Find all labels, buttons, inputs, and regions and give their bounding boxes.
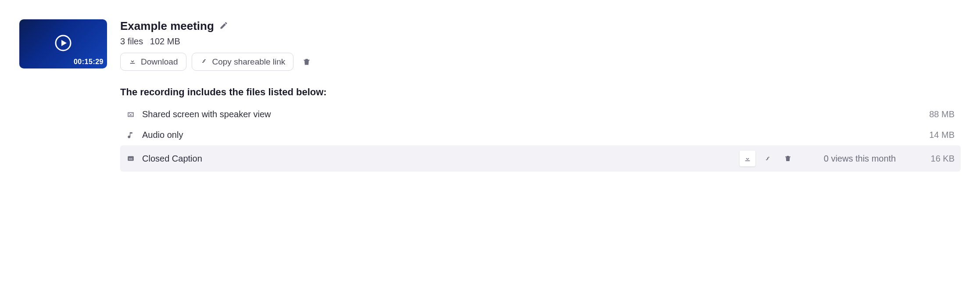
download-button[interactable]: Download [120, 53, 186, 71]
video-icon [126, 111, 135, 119]
trash-icon[interactable] [780, 151, 796, 166]
download-icon[interactable] [740, 151, 755, 166]
duration-label: 00:15:29 [74, 58, 104, 66]
file-size: 88 MB [924, 109, 955, 119]
meeting-title: Example meeting [120, 19, 214, 33]
file-count: 3 files [120, 36, 143, 46]
copy-link-button[interactable]: Copy shareable link [192, 53, 294, 71]
download-icon [129, 57, 136, 66]
meeting-meta: 3 files 102 MB [120, 36, 961, 47]
trash-icon[interactable] [299, 54, 315, 70]
link-icon [200, 57, 208, 66]
file-name: Audio only [142, 130, 183, 140]
link-icon[interactable] [760, 151, 776, 166]
file-row[interactable]: CCClosed Caption0 views this month16 KB [120, 145, 961, 172]
svg-text:CC: CC [129, 158, 133, 160]
file-size: 16 KB [924, 154, 955, 164]
file-name: Shared screen with speaker view [142, 109, 271, 119]
files-heading: The recording includes the files listed … [120, 86, 961, 98]
cc-icon: CC [126, 155, 135, 162]
views-label: 0 views this month [803, 154, 917, 164]
play-icon [54, 34, 72, 54]
download-label: Download [141, 58, 178, 66]
file-row[interactable]: Shared screen with speaker view88 MB [120, 104, 961, 125]
audio-icon [126, 131, 135, 139]
file-actions [740, 151, 796, 166]
file-name: Closed Caption [142, 154, 202, 164]
file-row[interactable]: Audio only14 MB [120, 125, 961, 145]
pencil-icon[interactable] [219, 21, 228, 32]
total-size: 102 MB [150, 36, 180, 46]
copy-link-label: Copy shareable link [212, 58, 286, 66]
recording-thumbnail[interactable]: 00:15:29 [19, 19, 107, 68]
file-size: 14 MB [924, 130, 955, 140]
